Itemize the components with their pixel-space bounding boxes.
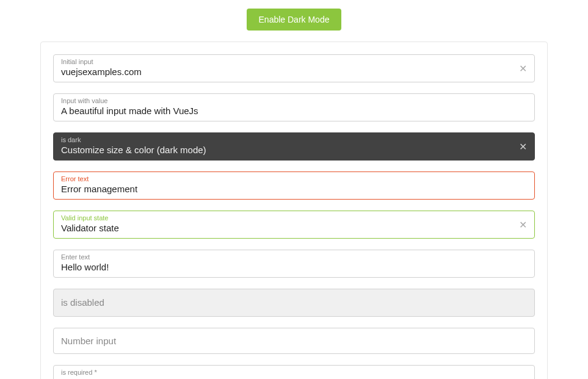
dark-input-field[interactable]: is dark Customize size & color (dark mod… <box>53 132 535 161</box>
required-input-field[interactable]: is required * Required input * <box>53 365 535 379</box>
hello-input-value[interactable]: Hello world! <box>61 261 527 273</box>
error-input-value[interactable]: Error management <box>61 183 527 195</box>
required-input-value[interactable]: Required input * <box>61 377 527 379</box>
error-input-label: Error text <box>61 175 527 183</box>
input-with-value-label: Input with value <box>61 96 527 105</box>
initial-input-label: Initial input <box>61 57 527 66</box>
enable-dark-mode-button[interactable]: Enable Dark Mode <box>247 9 342 31</box>
initial-input-value[interactable]: vuejsexamples.com <box>61 66 527 78</box>
initial-input-field[interactable]: Initial input vuejsexamples.com ✕ <box>53 54 535 82</box>
valid-input-value[interactable]: Validator state <box>61 222 527 234</box>
input-with-value-value[interactable]: A beautiful input made with VueJs <box>61 105 527 117</box>
disabled-input-placeholder: is disabled <box>61 297 527 309</box>
close-icon[interactable]: ✕ <box>519 141 527 153</box>
form-card: Initial input vuejsexamples.com ✕ Input … <box>40 42 548 379</box>
dark-input-label: is dark <box>61 135 527 144</box>
disabled-input-field: is disabled <box>53 289 535 317</box>
hello-input-field[interactable]: Enter text Hello world! <box>53 250 535 278</box>
hello-input-label: Enter text <box>61 253 527 261</box>
page-container: Enable Dark Mode Initial input vuejsexam… <box>0 0 588 379</box>
error-input-field[interactable]: Error text Error management <box>53 171 535 200</box>
close-icon[interactable]: ✕ <box>519 219 527 231</box>
close-icon[interactable]: ✕ <box>519 63 527 74</box>
required-input-label: is required * <box>61 368 527 377</box>
input-with-value-field[interactable]: Input with value A beautiful input made … <box>53 93 535 121</box>
top-button-wrap: Enable Dark Mode <box>0 0 588 42</box>
valid-input-label: Valid input state <box>61 214 527 222</box>
valid-input-field[interactable]: Valid input state Validator state ✕ <box>53 211 535 239</box>
number-input-field[interactable]: Number input <box>53 328 535 354</box>
dark-input-value[interactable]: Customize size & color (dark mode) <box>61 144 527 156</box>
number-input-placeholder: Number input <box>61 336 527 346</box>
